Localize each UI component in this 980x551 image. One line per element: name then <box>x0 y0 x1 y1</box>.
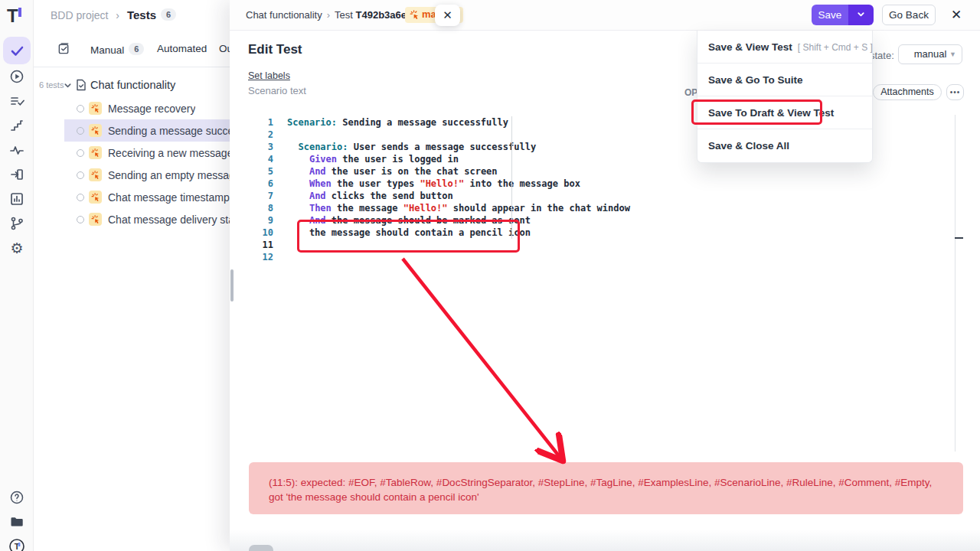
scroll-peek-button[interactable] <box>249 545 273 551</box>
code-text: When the user types "Hello!" into the me… <box>287 178 580 190</box>
tests-count-badge: 6 <box>161 8 176 21</box>
folder-icon <box>9 514 24 530</box>
modal-breadcrumb-test-prefix: Test <box>335 9 353 21</box>
chevron-down-icon[interactable] <box>64 80 72 92</box>
tab-manual[interactable]: Manual6 <box>90 43 144 56</box>
editor-indent-guide <box>511 116 512 239</box>
breadcrumb-current[interactable]: Tests <box>127 8 156 21</box>
manual-cursor-icon <box>89 102 102 115</box>
more-options-button[interactable]: ••• <box>946 84 964 100</box>
sidebar-item-plans[interactable] <box>3 87 31 115</box>
line-number: 2 <box>248 129 273 141</box>
test-status-circle-icon <box>77 105 84 112</box>
tab-automated[interactable]: Automated <box>157 43 207 54</box>
test-item-label: Message recovery <box>108 103 195 115</box>
modal-breadcrumb: Chat functionality›Test T492b3a6e <box>246 9 407 21</box>
code-line[interactable]: 6 When the user types "Hello!" into the … <box>248 178 960 190</box>
sidebar-item-tests[interactable] <box>3 37 31 64</box>
code-text: And the user is on the chat screen <box>287 165 498 178</box>
divider-resize-handle[interactable] <box>955 237 963 239</box>
test-item-label: Receiving a new message <box>108 147 230 159</box>
code-line[interactable]: 7 And clicks the send button <box>248 190 960 202</box>
line-number: 10 <box>248 227 273 239</box>
account-button[interactable]: T <box>3 533 31 551</box>
set-labels-link[interactable]: Set labels <box>248 70 290 81</box>
app-logo[interactable]: T <box>7 5 27 25</box>
logo-accent-bar <box>18 8 21 17</box>
page-title: Edit Test <box>248 42 302 57</box>
icon-rail: T ⚙ <box>0 0 34 551</box>
state-select[interactable]: manual ▼ <box>898 44 962 64</box>
line-number: 11 <box>248 239 273 251</box>
suite-file-icon <box>76 79 87 93</box>
sidebar-item-steps[interactable] <box>3 112 31 139</box>
panel-close-button[interactable]: ✕ <box>435 5 460 26</box>
save-button[interactable]: Save <box>812 5 848 25</box>
help-button[interactable] <box>3 484 31 511</box>
attachments-button[interactable]: Attachments <box>873 84 942 100</box>
avatar: T <box>8 538 25 551</box>
git-branch-icon <box>9 216 24 231</box>
code-line[interactable]: 8 Then the message "Hello!" should appea… <box>248 202 960 214</box>
go-back-button[interactable]: Go Back <box>882 5 936 25</box>
code-line[interactable]: 12 <box>248 251 960 263</box>
menu-item-save-view-test[interactable]: Save & View Test[ Shift + Cmd + S ] <box>697 31 872 64</box>
modal-header: Chat functionality›Test T492b3a6e manual… <box>230 0 980 31</box>
test-tree-item[interactable]: Sending an empty message <box>64 164 230 186</box>
gherkin-error-message: (11:5): expected: #EOF, #TableRow, #DocS… <box>249 462 963 514</box>
code-text: the message should contain a pencil icon <box>287 227 531 239</box>
code-text: Then the message "Hello!" should appear … <box>287 202 630 214</box>
close-icon[interactable]: ✕ <box>948 7 965 24</box>
manual-cursor-icon <box>89 146 102 159</box>
test-tree-item[interactable]: Message recovery <box>64 97 230 119</box>
pulse-icon <box>9 142 24 158</box>
code-line[interactable]: 9 And the message should be marked as se… <box>248 214 960 227</box>
clipped-section-label: OP <box>684 87 697 98</box>
projects-button[interactable] <box>3 508 31 536</box>
test-tree-item[interactable]: Chat message timestamps <box>64 186 230 208</box>
test-tree-item[interactable]: Receiving a new message <box>64 142 230 164</box>
line-number: 1 <box>248 116 273 129</box>
import-box-icon <box>9 167 24 182</box>
editor-right-divider <box>955 115 956 452</box>
check-icon <box>9 43 24 58</box>
list-check-icon <box>9 93 24 109</box>
suite-row-chat-functionality[interactable]: Chat functionality 6 tests <box>34 78 230 96</box>
sidebar-item-import[interactable] <box>3 161 31 188</box>
sidebar-item-settings[interactable]: ⚙ <box>3 234 31 262</box>
breadcrumb-project[interactable]: BDD project <box>51 9 108 21</box>
code-line[interactable]: 5 And the user is on the chat screen <box>248 165 960 178</box>
sidebar-item-branches[interactable] <box>3 210 31 237</box>
menu-item-save-go-to-suite[interactable]: Save & Go To Suite <box>697 64 872 96</box>
line-number: 12 <box>248 251 273 263</box>
help-icon <box>9 490 24 505</box>
menu-item-save-to-draft-view-test[interactable]: Save To Draft & View Test <box>697 96 872 129</box>
breadcrumb: BDD project › Tests6 <box>51 8 176 21</box>
code-text: Scenario: Sending a message successfully <box>287 116 508 129</box>
line-number: 4 <box>248 153 273 165</box>
sidebar-item-runs[interactable] <box>3 63 31 90</box>
test-item-label: Chat message timestamps <box>108 191 230 204</box>
line-number: 3 <box>248 141 273 153</box>
code-line[interactable]: 11 <box>248 239 960 251</box>
state-label: state: <box>870 50 894 61</box>
menu-item-save-close-all[interactable]: Save & Close All <box>697 129 872 162</box>
sidebar-item-reports[interactable] <box>3 185 31 213</box>
suite-label[interactable]: Chat functionality <box>90 79 175 91</box>
bar-chart-icon <box>9 191 24 207</box>
manual-cursor-icon <box>89 213 102 226</box>
line-number: 9 <box>248 214 273 227</box>
sidebar-item-analytics[interactable] <box>3 136 31 164</box>
test-status-circle-icon <box>77 171 84 179</box>
test-tree-item[interactable]: Chat message delivery stat <box>64 208 230 230</box>
code-text: Given the user is logged in <box>287 153 459 165</box>
code-line[interactable]: 10 the message should contain a pencil i… <box>248 227 960 239</box>
test-item-label: Sending an empty message <box>108 169 230 181</box>
edit-test-modal: Chat functionality›Test T492b3a6e manual… <box>230 0 980 551</box>
line-number: 5 <box>248 165 273 178</box>
save-dropdown-button[interactable] <box>848 5 874 25</box>
test-tree-item[interactable]: Sending a message succes <box>64 119 230 142</box>
modal-breadcrumb-suite[interactable]: Chat functionality <box>246 9 322 21</box>
panel-drag-handle[interactable] <box>230 269 234 302</box>
test-status-circle-icon <box>77 216 84 223</box>
